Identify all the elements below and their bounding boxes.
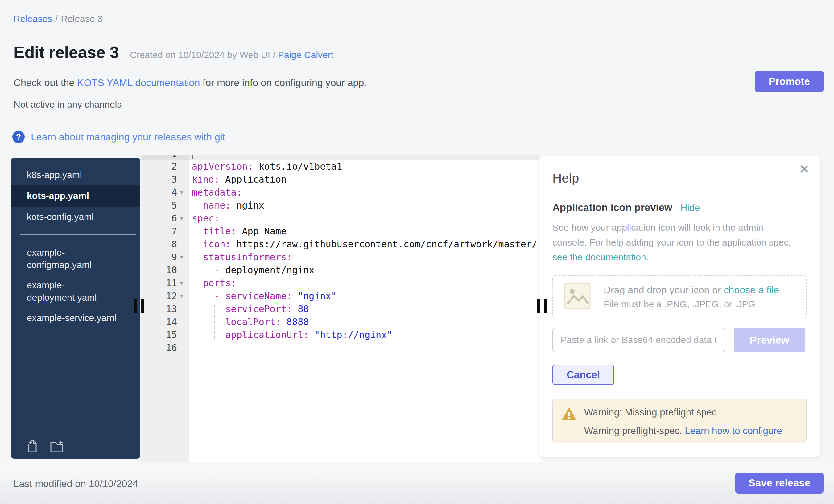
file-item[interactable]: example-deployment.yaml [11, 275, 140, 308]
last-modified-label: Last modified on 10/10/2024 [14, 478, 138, 489]
fold-arrow-icon[interactable]: ▾ [177, 290, 186, 303]
line-number: 5 [141, 199, 189, 212]
new-folder-icon[interactable] [49, 440, 65, 454]
question-icon[interactable]: ? [12, 131, 25, 143]
line-number: 3 [141, 173, 189, 186]
icon-dropzone[interactable]: Drag and drop your icon or choose a file… [552, 275, 807, 318]
line-number: 9▾ [141, 251, 189, 264]
help-description: See how your application icon will look … [552, 220, 807, 265]
file-item[interactable]: kots-config.yaml [11, 207, 140, 227]
code-line[interactable]: 1--- [141, 155, 541, 160]
file-name: k8s-app.yaml [27, 169, 82, 181]
code-line[interactable]: 2apiVersion: kots.io/v1beta1 [141, 160, 541, 173]
section-title: Application icon preview [552, 202, 673, 214]
warning-icon [562, 407, 576, 436]
title-row: Edit release 3 Created on 10/10/2024 by … [14, 43, 333, 62]
warning-text: Warning: Missing preflight spec Warning … [584, 407, 782, 436]
help-description-period: . [646, 252, 649, 262]
git-help-row: ? Learn about managing your releases wit… [12, 131, 225, 143]
code-line[interactable]: 7 title: App Name [141, 225, 541, 238]
sidebar-resize-handle[interactable] [134, 299, 144, 313]
created-text: Created on 10/10/2024 by Web UI / [130, 50, 278, 60]
help-description-line2: console. For help adding your icon to th… [552, 235, 807, 250]
page-title: Edit release 3 [14, 43, 119, 62]
code-line[interactable]: 4▾metadata: [141, 186, 541, 199]
warning-configure-link[interactable]: Learn how to configure [685, 425, 782, 436]
icon-url-input[interactable] [552, 328, 725, 352]
code-line[interactable]: 12▾ - serviceName: "nginx" [141, 290, 541, 303]
code-line[interactable]: 14 localPort: 8888 [141, 315, 541, 328]
file-name: example-service.yaml [27, 312, 116, 324]
line-number: 12▾ [141, 290, 189, 303]
breadcrumb-releases-link[interactable]: Releases [14, 14, 52, 24]
file-item[interactable]: example-configmap.yaml [11, 242, 140, 275]
help-panel: ✕ Help Application icon preview Hide See… [539, 156, 820, 457]
kots-docs-link[interactable]: KOTS YAML documentation [77, 77, 200, 88]
file-item[interactable]: example-service.yaml [11, 308, 140, 328]
file-list: k8s-app.yamlkots-app.yamlkots-config.yam… [11, 158, 140, 328]
line-number: 10 [141, 264, 189, 277]
code-line[interactable]: 6▾spec: [141, 212, 541, 225]
code-line[interactable]: 3kind: Application [141, 173, 541, 186]
code-line[interactable]: 13 servicePort: 80 [141, 303, 541, 315]
fold-arrow-icon[interactable]: ▾ [177, 277, 186, 290]
fold-arrow-icon[interactable]: ▾ [177, 212, 186, 225]
code-rows: 1---2apiVersion: kots.io/v1beta13kind: A… [141, 155, 541, 354]
line-number: 13 [141, 303, 189, 315]
sidebar-actions [11, 440, 140, 454]
file-name: example-configmap.yaml [27, 246, 124, 271]
code-line[interactable]: 9▾ statusInformers: [141, 251, 541, 264]
breadcrumb: Releases/Release 3 [14, 14, 103, 24]
close-icon[interactable]: ✕ [799, 163, 810, 176]
code-line[interactable]: 10 - deployment/nginx [141, 264, 541, 277]
file-name: example-deployment.yaml [27, 279, 124, 304]
fold-arrow-icon[interactable]: ▾ [177, 251, 186, 264]
save-release-button[interactable]: Save release [735, 473, 824, 494]
channel-status: Not active in any channels [14, 99, 122, 110]
fold-arrow-icon[interactable]: ▾ [177, 186, 186, 199]
breadcrumb-separator: / [55, 14, 58, 24]
choose-file-link[interactable]: choose a file [724, 284, 780, 295]
code-line[interactable]: 8 icon: https://raw.githubusercontent.co… [141, 238, 541, 251]
line-number: 4▾ [141, 186, 189, 199]
warning-title: Warning: Missing preflight spec [584, 407, 782, 418]
author-link[interactable]: Paige Calvert [278, 50, 333, 60]
docs-hint: Check out the KOTS YAML documentation fo… [14, 77, 367, 89]
app-root: Releases/Release 3 Edit release 3 Create… [0, 0, 834, 504]
see-docs-link[interactable]: see the documentation [552, 252, 646, 262]
docs-hint-pre: Check out the [14, 77, 77, 88]
created-info: Created on 10/10/2024 by Web UI / Paige … [130, 50, 333, 60]
file-name: kots-app.yaml [27, 190, 89, 202]
footer: Last modified on 10/10/2024 Save release [0, 466, 834, 504]
hide-link[interactable]: Hide [680, 202, 700, 214]
help-title: Help [552, 171, 807, 186]
warning-box: Warning: Missing preflight spec Warning … [552, 398, 807, 443]
code-line[interactable]: 11▾ ports: [141, 277, 541, 290]
yaml-editor[interactable]: 1---2apiVersion: kots.io/v1beta13kind: A… [141, 155, 541, 463]
line-number: 7 [141, 225, 189, 238]
file-item[interactable]: kots-app.yaml [11, 185, 140, 207]
file-item[interactable]: k8s-app.yaml [11, 165, 140, 185]
line-number: 16 [141, 342, 189, 354]
code-line[interactable]: 5 name: nginx [141, 199, 541, 212]
line-number: 11▾ [141, 277, 189, 290]
line-number: 14 [141, 315, 189, 328]
help-resize-handle[interactable] [537, 299, 547, 313]
code-line[interactable]: 15 applicationUrl: "http://nginx" [141, 328, 541, 342]
cancel-button[interactable]: Cancel [552, 365, 614, 385]
dropzone-text: Drag and drop your icon or choose a file… [603, 284, 779, 309]
icon-preview-section: Application icon preview Hide [552, 202, 807, 214]
git-releases-link[interactable]: Learn about managing your releases with … [31, 131, 225, 143]
file-sidebar: k8s-app.yamlkots-app.yamlkots-config.yam… [11, 158, 140, 459]
line-number: 15 [141, 328, 189, 342]
preview-button[interactable]: Preview [734, 328, 805, 352]
text-cursor [192, 155, 193, 159]
promote-button[interactable]: Promote [755, 71, 824, 92]
help-description-line1: See how your application icon will look … [552, 220, 807, 235]
new-file-icon[interactable] [26, 440, 40, 454]
code-line[interactable]: 16 [141, 342, 541, 354]
line-number: 8 [141, 238, 189, 251]
icon-url-row: Preview [552, 328, 807, 352]
indent-guide [214, 303, 215, 342]
breadcrumb-current: Release 3 [61, 14, 103, 24]
